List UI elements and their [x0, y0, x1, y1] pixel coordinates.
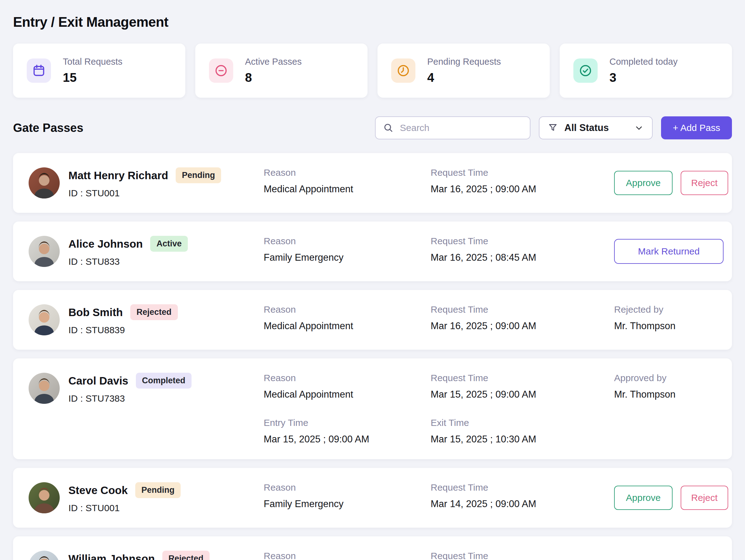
pass-identity: Carol Davis Completed ID : STU7383 — [29, 373, 264, 404]
funnel-icon — [548, 123, 558, 133]
gate-pass-row: Alice Johnson Active ID : STU833 Reason … — [13, 221, 732, 281]
reason-label: Reason — [264, 482, 431, 493]
reject-button[interactable]: Reject — [681, 486, 728, 510]
approve-button[interactable]: Approve — [614, 171, 673, 195]
request-time-label: Request Time — [431, 167, 614, 178]
request-time-label: Request Time — [431, 304, 614, 315]
gate-pass-row: Carol Davis Completed ID : STU7383 Reaso… — [13, 359, 732, 459]
gate-pass-row: William Johnson Rejected ID : STU536 Rea… — [13, 536, 732, 560]
calendar-icon — [27, 59, 51, 83]
request-time-field: Request Time Mar 16, 2025 ; 08:45 AM — [431, 236, 614, 263]
pass-identity: William Johnson Rejected ID : STU536 — [29, 551, 264, 560]
pass-id: ID : STU833 — [68, 256, 188, 267]
status-badge: Completed — [136, 373, 192, 388]
status-badge: Pending — [176, 167, 221, 183]
avatar — [29, 482, 60, 514]
stat-card-total-requests: Total Requests 15 — [13, 43, 185, 98]
handled-by-field: Rejected by Mr. Thompson — [614, 304, 716, 332]
search-box — [375, 116, 530, 139]
request-time-value: Mar 16, 2025 ; 08:45 AM — [431, 252, 614, 263]
handled-by-label: Rejected by — [614, 304, 716, 315]
reject-button[interactable]: Reject — [681, 171, 728, 195]
stat-label: Completed today — [609, 57, 678, 67]
pass-actions: Approve Reject — [614, 486, 728, 510]
avatar — [29, 167, 60, 198]
request-time-label: Request Time — [431, 551, 614, 560]
request-time-value: Mar 16, 2025 ; 09:00 AM — [431, 320, 614, 332]
gate-pass-row: Steve Cook Pending ID : STU001 Reason Fa… — [13, 468, 732, 528]
reason-field: Reason Medical Appointment — [264, 373, 431, 400]
request-time-field: Request Time Mar 15, 2025 ; 09:00 AM — [431, 373, 614, 400]
pass-name: Carol Davis — [68, 375, 128, 387]
stat-label: Active Passes — [245, 57, 302, 67]
check-circle-icon — [573, 59, 597, 83]
avatar — [29, 551, 60, 560]
pass-name: Alice Johnson — [68, 238, 143, 250]
pass-identity: Steve Cook Pending ID : STU001 — [29, 482, 264, 514]
pass-identity: Matt Henry Richard Pending ID : STU001 — [29, 167, 264, 198]
page-title: Entry / Exit Management — [13, 14, 732, 30]
gate-pass-list: Matt Henry Richard Pending ID : STU001 R… — [13, 153, 732, 560]
gate-passes-toolbar: Gate Passes All Status + Add — [13, 116, 732, 139]
stat-card-active-passes: Active Passes 8 — [195, 43, 367, 98]
reason-value: Medical Appointment — [264, 389, 431, 400]
stats-row: Total Requests 15 Active Passes 8 — [13, 43, 732, 98]
exit-time-value: Mar 15, 2025 ; 10:30 AM — [431, 434, 614, 445]
reason-value: Medical Appointment — [264, 320, 431, 332]
request-time-value: Mar 15, 2025 ; 09:00 AM — [431, 389, 614, 400]
reason-field: Reason Family Emergency — [264, 482, 431, 509]
stat-label: Total Requests — [63, 57, 123, 67]
status-badge: Rejected — [130, 304, 178, 320]
reason-label: Reason — [264, 236, 431, 246]
stat-label: Pending Requests — [427, 57, 501, 67]
reason-label: Reason — [264, 373, 431, 383]
pass-name: Matt Henry Richard — [68, 169, 168, 182]
minus-circle-icon — [209, 59, 233, 83]
handled-by-value: Mr. Thompson — [614, 389, 716, 400]
search-icon — [383, 123, 394, 133]
status-filter-select[interactable]: All Status — [539, 116, 653, 139]
pass-name: Steve Cook — [68, 484, 128, 497]
entry-time-label: Entry Time — [264, 417, 431, 428]
stat-value: 15 — [63, 71, 123, 85]
status-filter-value: All Status — [564, 122, 628, 133]
stat-card-completed-today: Completed today 3 — [560, 43, 732, 98]
mark-returned-button[interactable]: Mark Returned — [614, 239, 723, 264]
reason-value: Medical Appointment — [264, 184, 431, 195]
handled-by-label: Approved by — [614, 373, 716, 383]
status-badge: Rejected — [162, 551, 210, 560]
gate-pass-row: Matt Henry Richard Pending ID : STU001 R… — [13, 153, 732, 213]
exit-time-label: Exit Time — [431, 417, 614, 428]
add-pass-button[interactable]: + Add Pass — [661, 116, 732, 139]
approve-button[interactable]: Approve — [614, 486, 673, 510]
stat-card-pending-requests: Pending Requests 4 — [378, 43, 550, 98]
stat-value: 8 — [245, 71, 302, 85]
gate-passes-heading: Gate Passes — [13, 121, 83, 135]
reason-value: Family Emergency — [264, 252, 431, 263]
reason-field: Reason Sports Event — [264, 551, 431, 560]
clock-icon — [391, 59, 415, 83]
reason-field: Reason Medical Appointment — [264, 304, 431, 332]
pass-name: Bob Smith — [68, 306, 123, 318]
search-input[interactable] — [399, 122, 522, 133]
status-badge: Active — [150, 236, 188, 252]
request-time-value: Mar 16, 2025 ; 09:00 AM — [431, 184, 614, 195]
pass-identity: Alice Johnson Active ID : STU833 — [29, 236, 264, 267]
request-time-label: Request Time — [431, 373, 614, 383]
avatar — [29, 304, 60, 335]
handled-by-value: Mr. Thompson — [614, 320, 716, 332]
entry-time-field: Entry Time Mar 15, 2025 ; 09:00 AM — [264, 417, 431, 445]
request-time-label: Request Time — [431, 236, 614, 246]
gate-pass-row: Bob Smith Rejected ID : STU8839 Reason M… — [13, 290, 732, 350]
request-time-field: Request Time Mar 16, 2025 ; 09:00 AM — [431, 304, 614, 332]
stat-value: 3 — [609, 71, 678, 85]
reason-label: Reason — [264, 304, 431, 315]
request-time-label: Request Time — [431, 482, 614, 493]
pass-identity: Bob Smith Rejected ID : STU8839 — [29, 304, 264, 335]
avatar — [29, 373, 60, 404]
request-time-field: Request Time Mar 13, 2025 ; 09:00 AM — [431, 551, 614, 560]
request-time-value: Mar 14, 2025 ; 09:00 AM — [431, 498, 614, 509]
pass-name: William Johnson — [68, 553, 155, 560]
entry-exit-management-page: Entry / Exit Management Total Requests 1… — [0, 0, 745, 560]
reason-label: Reason — [264, 551, 431, 560]
